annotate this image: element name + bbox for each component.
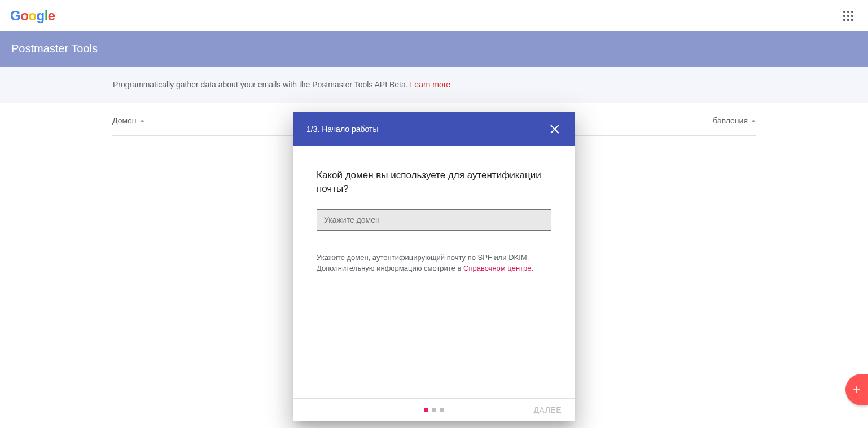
column-domain[interactable]: Домен [112,116,144,125]
app-title: Postmaster Tools [11,42,98,55]
top-header: Google [0,0,868,31]
apps-menu-icon[interactable] [839,6,858,25]
modal-title: 1/3. Начало работы [306,125,378,134]
sort-arrow-icon [751,120,756,122]
modal-header: 1/3. Начало работы [293,112,575,136]
info-banner: Programmatically gather data about your … [0,67,868,103]
close-icon[interactable] [548,122,562,136]
sort-arrow-icon [140,120,144,122]
add-domain-modal: 1/3. Начало работы Какой домен вы исполь… [293,112,575,136]
column-date-added[interactable]: бавления [713,116,756,125]
learn-more-link[interactable]: Learn more [410,80,451,89]
app-title-bar: Postmaster Tools [0,31,868,67]
google-logo[interactable]: Google [10,8,55,24]
banner-text: Programmatically gather data about your … [113,80,410,89]
